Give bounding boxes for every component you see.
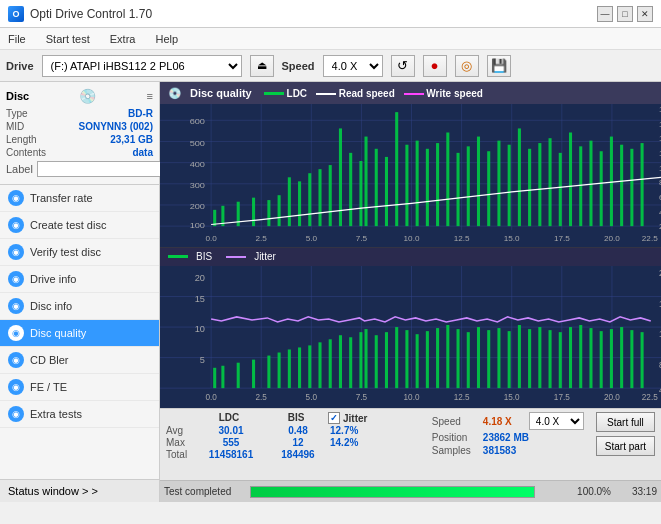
minimize-button[interactable]: — — [597, 6, 613, 22]
transfer-rate-icon: ◉ — [8, 190, 24, 206]
svg-rect-130 — [549, 330, 552, 388]
progress-percent: 100.0% — [541, 486, 611, 497]
svg-rect-20 — [267, 200, 270, 226]
sidebar-item-create-test-disc[interactable]: ◉ Create test disc — [0, 212, 159, 239]
max-bis: 12 — [268, 437, 328, 448]
svg-rect-33 — [395, 112, 398, 226]
sidebar-item-transfer-rate[interactable]: ◉ Transfer rate — [0, 185, 159, 212]
save-button[interactable]: 💾 — [487, 55, 511, 77]
test-icon1-button[interactable]: ● — [423, 55, 447, 77]
avg-jitter: 12.7% — [330, 425, 390, 436]
svg-text:10.0: 10.0 — [404, 235, 420, 243]
svg-text:10: 10 — [195, 324, 205, 334]
svg-rect-50 — [569, 133, 572, 227]
menu-file[interactable]: File — [4, 32, 30, 46]
svg-rect-31 — [375, 149, 378, 226]
svg-rect-37 — [436, 143, 439, 226]
svg-rect-119 — [436, 328, 439, 388]
sidebar-item-disc-info[interactable]: ◉ Disc info — [0, 293, 159, 320]
cd-bler-icon: ◉ — [8, 352, 24, 368]
sidebar: Disc 💿 ≡ Type BD-R MID SONYNN3 (002) Len… — [0, 82, 160, 502]
svg-rect-19 — [252, 198, 255, 227]
extra-tests-icon: ◉ — [8, 406, 24, 422]
menu-start-test[interactable]: Start test — [42, 32, 94, 46]
svg-rect-133 — [579, 325, 582, 388]
position-row: Position 23862 MB — [432, 432, 584, 443]
svg-rect-34 — [405, 145, 408, 226]
svg-rect-21 — [278, 195, 281, 226]
start-part-button[interactable]: Start part — [596, 436, 655, 456]
app-icon: O — [8, 6, 24, 22]
sidebar-item-drive-info[interactable]: ◉ Drive info — [0, 266, 159, 293]
start-full-button[interactable]: Start full — [596, 412, 655, 432]
sidebar-item-cd-bler[interactable]: ◉ CD Bler — [0, 347, 159, 374]
svg-rect-135 — [600, 331, 603, 388]
svg-rect-30 — [364, 137, 367, 227]
svg-text:100: 100 — [190, 221, 206, 230]
svg-text:600: 600 — [190, 117, 206, 126]
svg-text:22.5: 22.5 — [642, 393, 658, 402]
disc-label-input[interactable] — [37, 161, 170, 177]
maximize-button[interactable]: □ — [617, 6, 633, 22]
svg-rect-100 — [237, 362, 240, 387]
speed-label: Speed — [282, 60, 315, 72]
close-button[interactable]: ✕ — [637, 6, 653, 22]
disc-type-val: BD-R — [128, 108, 153, 119]
speed-select[interactable]: 4.0 X — [323, 55, 383, 77]
svg-rect-118 — [426, 331, 429, 388]
avg-bis: 0.48 — [268, 425, 328, 436]
svg-rect-0 — [160, 104, 661, 247]
svg-rect-99 — [221, 365, 224, 387]
svg-text:15.0: 15.0 — [504, 235, 520, 243]
speed-dropdown[interactable]: 4.0 X — [529, 412, 584, 430]
svg-text:17.5: 17.5 — [554, 235, 570, 243]
svg-text:15: 15 — [195, 293, 205, 303]
drive-select[interactable]: (F:) ATAPI iHBS112 2 PL06 — [42, 55, 242, 77]
svg-rect-139 — [641, 332, 644, 388]
total-ldc: 11458161 — [196, 449, 266, 460]
sidebar-item-disc-quality[interactable]: ◉ Disc quality — [0, 320, 159, 347]
svg-rect-43 — [497, 141, 500, 227]
jitter-header-wrapper: ✓ Jitter — [328, 412, 367, 424]
jitter-checkbox[interactable]: ✓ — [328, 412, 340, 424]
svg-text:5.0: 5.0 — [306, 235, 317, 243]
app-title: Opti Drive Control 1.70 — [30, 7, 152, 21]
total-label: Total — [166, 449, 194, 460]
eject-button[interactable]: ⏏ — [250, 55, 274, 77]
stats-table: LDC BIS ✓ Jitter Avg 30.01 0.48 12.7% Ma — [166, 412, 420, 460]
menu-extra[interactable]: Extra — [106, 32, 140, 46]
svg-rect-52 — [589, 141, 592, 227]
menu-help[interactable]: Help — [151, 32, 182, 46]
sidebar-item-verify-test-disc[interactable]: ◉ Verify test disc — [0, 239, 159, 266]
svg-rect-137 — [620, 327, 623, 388]
svg-text:15.0: 15.0 — [504, 393, 520, 402]
panel-header: 💿 Disc quality LDC Read speed Write spee… — [160, 82, 661, 104]
position-val: 23862 MB — [483, 432, 529, 443]
total-bis: 184496 — [268, 449, 328, 460]
svg-rect-35 — [416, 141, 419, 227]
svg-rect-98 — [213, 367, 216, 387]
svg-text:300: 300 — [190, 181, 206, 190]
svg-rect-129 — [538, 327, 541, 388]
svg-rect-106 — [308, 345, 311, 388]
svg-rect-48 — [549, 138, 552, 226]
svg-rect-131 — [559, 332, 562, 388]
svg-text:7.5: 7.5 — [356, 235, 367, 243]
legend: LDC Read speed Write speed — [264, 88, 483, 99]
svg-rect-29 — [359, 161, 362, 226]
sidebar-item-extra-tests[interactable]: ◉ Extra tests — [0, 401, 159, 428]
status-window-button[interactable]: Status window > > — [0, 479, 159, 502]
panel-title: Disc quality — [190, 87, 252, 99]
svg-rect-46 — [528, 149, 531, 226]
svg-rect-123 — [477, 327, 480, 388]
disc-quality-label: Disc quality — [30, 327, 86, 339]
sidebar-item-fe-te[interactable]: ◉ FE / TE — [0, 374, 159, 401]
refresh-button[interactable]: ↺ — [391, 55, 415, 77]
disc-type-key: Type — [6, 108, 28, 119]
svg-rect-121 — [457, 329, 460, 388]
test-icon2-button[interactable]: ◎ — [455, 55, 479, 77]
svg-text:500: 500 — [190, 138, 206, 147]
stats-avg-row: Avg 30.01 0.48 12.7% — [166, 425, 420, 436]
svg-text:200: 200 — [190, 202, 206, 211]
svg-rect-53 — [600, 151, 603, 226]
